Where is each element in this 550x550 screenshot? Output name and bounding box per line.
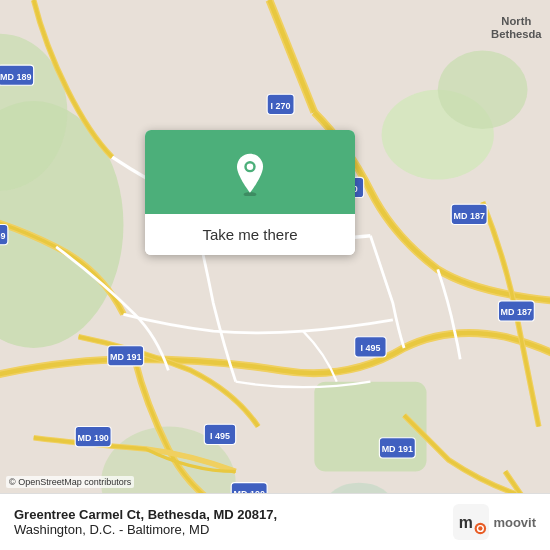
svg-text:MD 191: MD 191	[110, 352, 141, 362]
svg-text:MD 187: MD 187	[501, 307, 532, 317]
svg-text:MD 189: MD 189	[0, 72, 31, 82]
svg-text:MD 189: MD 189	[0, 231, 6, 241]
map-svg: MD 189 MD 189 I 270 270 MD 187 MD 187 MD…	[0, 0, 550, 550]
svg-point-4	[438, 51, 528, 130]
info-bar: Greentree Carmel Ct, Bethesda, MD 20817,…	[0, 493, 550, 550]
osm-attribution: © OpenStreetMap contributors	[6, 476, 134, 488]
address-line: Greentree Carmel Ct, Bethesda, MD 20817,	[14, 507, 453, 522]
address-block: Greentree Carmel Ct, Bethesda, MD 20817,…	[14, 507, 453, 537]
svg-text:MD 190: MD 190	[77, 433, 108, 443]
take-me-there-button[interactable]: Take me there	[145, 214, 355, 255]
svg-text:MD 191: MD 191	[382, 444, 413, 454]
svg-point-45	[479, 526, 483, 530]
city-line: Washington, D.C. - Baltimore, MD	[14, 522, 453, 537]
svg-text:North: North	[501, 15, 531, 27]
svg-text:m: m	[459, 514, 473, 531]
svg-text:Bethesda: Bethesda	[491, 28, 542, 40]
location-pin-icon	[228, 152, 272, 196]
svg-point-40	[247, 163, 254, 170]
svg-text:MD 187: MD 187	[453, 211, 484, 221]
moovit-logo-icon: m moovit	[453, 504, 536, 540]
card-green-area	[145, 130, 355, 214]
moovit-text: moovit	[493, 515, 536, 530]
svg-text:I 495: I 495	[360, 343, 380, 353]
svg-text:I 270: I 270	[271, 101, 291, 111]
moovit-icon: m	[453, 504, 489, 540]
osm-text: © OpenStreetMap contributors	[9, 477, 131, 487]
location-card: Take me there	[145, 130, 355, 255]
svg-text:I 495: I 495	[210, 431, 230, 441]
map-container: MD 189 MD 189 I 270 270 MD 187 MD 187 MD…	[0, 0, 550, 550]
